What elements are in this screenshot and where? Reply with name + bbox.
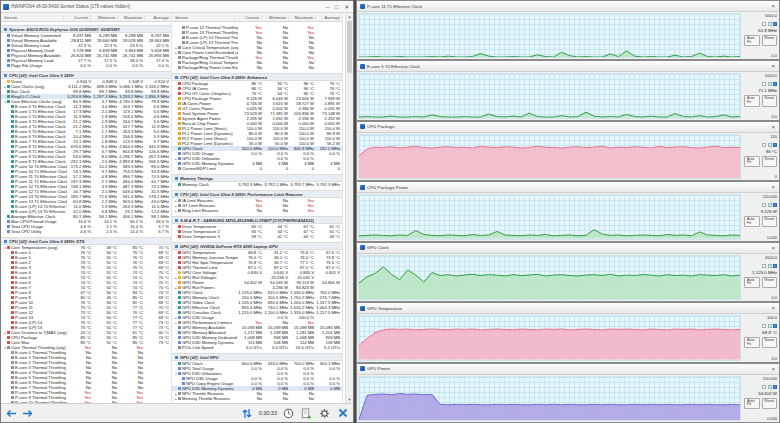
reset-button[interactable]: Reset — [762, 277, 777, 288]
scrollbar-thumb[interactable] — [347, 21, 352, 73]
color-swatch-2[interactable] — [768, 324, 772, 328]
scroll-down-icon[interactable]: ▼ — [346, 396, 353, 403]
column-header-current[interactable]: Current — [63, 15, 90, 20]
sensor-group-header[interactable]: CPU [#0]: Intel Core Ultra 9 185H — [1, 71, 171, 79]
graph-titlebar[interactable]: GPU Clock× — [357, 243, 779, 254]
column-header-sensor[interactable]: Sensor — [172, 15, 234, 20]
color-swatch-3[interactable] — [773, 203, 777, 207]
sensor-row[interactable]: Drive Temperature 359 °C41 °C64 °C49 °C — [172, 234, 342, 239]
sensor-value-current: No — [238, 65, 264, 70]
move-value-up-button[interactable] — [5, 407, 18, 419]
color-swatch-2[interactable] — [768, 203, 772, 207]
sensor-row[interactable]: Package/Ring Power Limit ExceededNoNoNo — [172, 65, 342, 70]
minimize-icon[interactable]: – — [326, 4, 329, 10]
graph-titlebar[interactable]: GPU Temperature× — [357, 303, 779, 314]
sensor-row[interactable]: Total CPU Utility4.6 %2.5 %14.4 %5.7 % — [1, 229, 171, 234]
color-swatch-3[interactable] — [773, 324, 777, 328]
autofit-button[interactable]: Auto Fit — [744, 216, 760, 227]
vertical-scrollbar[interactable]: ▲ ▼ — [345, 13, 353, 403]
sensor-group-header[interactable]: System: ASUS ROG Zephyrus G16 GU605MY, G… — [1, 25, 171, 33]
reset-button[interactable]: Reset — [762, 156, 777, 167]
color-swatch-3[interactable] — [773, 22, 777, 26]
autofit-button[interactable]: Auto Fit — [744, 35, 760, 46]
clock-icon[interactable] — [282, 407, 295, 419]
graph-close-icon[interactable]: × — [770, 124, 776, 130]
maximize-icon[interactable]: □ — [335, 4, 338, 10]
reset-button[interactable]: Reset — [762, 337, 777, 348]
sensor-group-header[interactable]: Memory Timings — [172, 174, 342, 182]
graph-titlebar[interactable]: E-core 5 T0 Effective Clock× — [357, 61, 779, 72]
sensor-group-header[interactable]: NPU [#0]: Intel NPU — [172, 353, 342, 361]
column-header-minimum[interactable]: Minimum — [90, 15, 117, 20]
column-header-maximum[interactable]: Maximum — [117, 15, 144, 20]
close-sensors-icon[interactable] — [336, 407, 349, 419]
reset-button[interactable]: Reset — [762, 216, 777, 227]
scroll-up-icon[interactable]: ▲ — [346, 13, 353, 20]
sensor-group-header[interactable]: CPU [#0]: Intel Core Ultra 9 185H: Enhan… — [172, 73, 342, 81]
column-header-current[interactable]: Current — [234, 15, 261, 20]
color-swatch-2[interactable] — [768, 143, 772, 147]
color-swatch-1[interactable] — [762, 324, 766, 328]
move-value-down-button[interactable] — [21, 407, 34, 419]
sensor-row[interactable]: Current/EDP Limit0000 — [172, 166, 342, 171]
column-header-minimum[interactable]: Minimum — [261, 15, 288, 20]
sensor-row[interactable]: Memory Clock3,792.3 MHz3,792.1 MHz3,793.… — [172, 182, 342, 187]
graph-titlebar[interactable]: P-core 11 T1 Effective Clock× — [357, 1, 779, 12]
color-swatch-3[interactable] — [773, 143, 777, 147]
sensor-group-header[interactable]: GPU [#0]: NVIDIA GeForce RTX 4090 Laptop… — [172, 242, 342, 250]
graph-titlebar[interactable]: CPU Package Power× — [357, 182, 779, 193]
color-swatch-2[interactable] — [768, 264, 772, 268]
settings-gear-icon[interactable] — [318, 407, 331, 419]
column-header-sensor[interactable]: Sensor — [1, 15, 63, 20]
graph-close-icon[interactable]: × — [770, 305, 776, 311]
sensor-group-header[interactable]: CPU [#0]: Intel Core Ultra 9 185H: Perfo… — [172, 190, 342, 198]
color-swatch-1[interactable] — [762, 203, 766, 207]
sensor-row[interactable]: ▸Memory Throttle ReasonsNoNoNo — [172, 396, 342, 401]
color-swatch-3[interactable] — [773, 385, 777, 389]
sensor-type-icon — [7, 49, 10, 52]
autofit-button[interactable]: Auto Fit — [744, 337, 760, 348]
hwinfo-app-icon — [360, 245, 365, 250]
sensor-row[interactable]: PCIe Link Speed5.0 GT/s5.0 GT/s16.0 GT/s… — [172, 345, 342, 350]
color-swatch-1[interactable] — [762, 22, 766, 26]
sensor-group-header[interactable]: CPU [#0]: Intel Core Ultra 9 185H: DTS — [1, 237, 171, 245]
sensor-type-icon — [7, 64, 10, 67]
color-swatch-2[interactable] — [768, 22, 772, 26]
sensor-row[interactable]: ▸Ring Limit ReasonsNoNoYes — [172, 208, 342, 213]
color-swatch-1[interactable] — [762, 143, 766, 147]
autofit-button[interactable]: Auto Fit — [744, 95, 760, 106]
reset-button[interactable]: Reset — [762, 95, 777, 106]
color-swatch-1[interactable] — [762, 264, 766, 268]
color-swatch-3[interactable] — [773, 82, 777, 86]
graph-titlebar[interactable]: GPU Power× — [357, 364, 779, 375]
logging-report-icon[interactable] — [300, 407, 313, 419]
graph-titlebar[interactable]: CPU Package× — [357, 122, 779, 133]
reset-button[interactable]: Reset — [762, 35, 777, 46]
column-header-average[interactable]: Average — [144, 15, 171, 20]
color-swatch-1[interactable] — [762, 385, 766, 389]
sensor-group-header[interactable]: S.M.A.R.T.: SAMSUNG MZVL4512HBLU-00B07 [… — [172, 216, 342, 224]
color-swatch-2[interactable] — [768, 385, 772, 389]
graph-close-icon[interactable]: × — [770, 245, 776, 251]
graph-close-icon[interactable]: × — [770, 63, 776, 69]
column-header-maximum[interactable]: Maximum — [288, 15, 315, 20]
autofit-button[interactable]: Auto Fit — [744, 398, 760, 409]
sensor-window-titlebar[interactable]: HWiNFO64 v8.00-5400 Sensor Status [179 v… — [1, 1, 353, 13]
graph-close-icon[interactable]: × — [770, 3, 776, 9]
autofit-button[interactable]: Auto Fit — [744, 156, 760, 167]
graph-close-icon[interactable]: × — [770, 184, 776, 190]
sensor-row[interactable]: Page File Usage0.0 %0.0 %0.0 %0.0 % — [1, 63, 171, 68]
color-swatch-2[interactable] — [768, 82, 772, 86]
close-icon[interactable]: ✕ — [344, 4, 349, 10]
graph-close-icon[interactable]: × — [770, 366, 776, 372]
sensor-label: Memory Clock — [182, 182, 209, 187]
sensor-row[interactable]: P-core 10 Thermal ThrottlingYesNoYes — [1, 400, 171, 403]
color-swatch-1[interactable] — [762, 82, 766, 86]
color-swatch-3[interactable] — [773, 264, 777, 268]
graph-control-panel: 120.0009.125 WAuto FitReset0.000 — [742, 193, 779, 240]
autofit-button[interactable]: Auto Fit — [744, 277, 760, 288]
column-header-average[interactable]: Average — [315, 15, 342, 20]
sensor-type-icon — [11, 391, 14, 394]
reset-button[interactable]: Reset — [762, 398, 777, 409]
sort-order-icon[interactable] — [241, 407, 254, 419]
